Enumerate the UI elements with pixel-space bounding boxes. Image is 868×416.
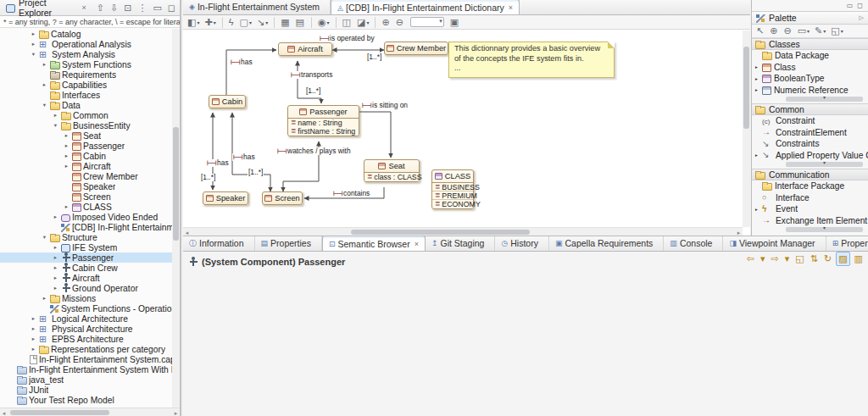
explorer-toolbar-button[interactable]: ⋮: [136, 2, 148, 14]
diagram-toolbar-button[interactable]: ϟ: [227, 16, 236, 28]
expand-arrow-icon[interactable]: ▸: [30, 346, 37, 352]
expand-arrow-icon[interactable]: ▸: [52, 264, 59, 271]
palette-tool-button[interactable]: ⊕: [768, 25, 780, 37]
tree-item[interactable]: ▸ Aircraft: [0, 273, 172, 283]
view-tab[interactable]: ▤ Properties: [255, 236, 322, 251]
palette-item[interactable]: Exchange Item Element: [752, 215, 868, 227]
diagram-toolbar-button[interactable]: ◪▾: [355, 16, 370, 29]
expand-arrow-icon[interactable]: ▸: [63, 153, 70, 159]
diagram-toolbar-button[interactable]: ⊕: [380, 16, 392, 29]
palette-item[interactable]: ▸ Numeric Reference: [752, 85, 868, 97]
explorer-toolbar-button[interactable]: ⇧: [95, 2, 106, 14]
diagram-toolbar-button[interactable]: ▣: [448, 16, 460, 29]
tree-item[interactable]: ▸ Operational Analysis: [0, 39, 172, 49]
expand-arrow-icon[interactable]: ▾: [52, 122, 59, 129]
view-tab[interactable]: ◨ Viewpoint Manager: [723, 236, 826, 251]
palette-tool-button[interactable]: ↖: [754, 25, 766, 37]
palette-tool-button[interactable]: ◱▾: [829, 25, 844, 37]
tree-item[interactable]: Screen: [0, 191, 172, 202]
class-box-passenger[interactable]: Passenger ≣name : String ≣firstName : St…: [287, 105, 359, 136]
zoom-level-combo[interactable]: [410, 17, 444, 27]
close-icon[interactable]: ×: [415, 240, 419, 248]
tree-item[interactable]: java_test: [0, 374, 172, 385]
edge-label[interactable]: transports: [290, 71, 333, 79]
palette-item[interactable]: ▸ Event: [752, 203, 868, 215]
palette-more-indicator[interactable]: [786, 97, 863, 102]
expand-arrow-icon[interactable]: ▸: [52, 285, 59, 291]
expand-arrow-icon[interactable]: ▾: [41, 102, 48, 108]
flyout-arrow-icon[interactable]: ▸: [755, 76, 760, 81]
tree-item[interactable]: In-Flight Entertainment System With M2Do…: [0, 364, 172, 374]
tree-item[interactable]: Your Test Repo Model: [0, 395, 172, 405]
tree-item[interactable]: ▸ Cabin Crew: [0, 263, 172, 273]
class-box-aircraft[interactable]: Aircraft: [278, 42, 332, 56]
expand-arrow-icon[interactable]: ▸: [52, 275, 59, 281]
diagram-toolbar-button[interactable]: ↘▾: [255, 16, 270, 29]
expand-arrow-icon[interactable]: ▸: [41, 81, 48, 88]
edge-label[interactable]: is sitting on: [361, 102, 409, 109]
expand-arrow-icon[interactable]: ▸: [30, 31, 37, 37]
diagram-canvas[interactable]: Aircraft Crew Member Cabin Passenger ≣na…: [183, 31, 743, 227]
tree-item[interactable]: ▸ CLASS: [0, 202, 172, 212]
diagram-toolbar-button[interactable]: [311, 17, 312, 28]
palette-more-indicator[interactable]: [786, 227, 863, 232]
tree-item[interactable]: ▸ Aircraft: [0, 161, 172, 171]
tree-item[interactable]: ▸ Imposed Video Ended: [0, 212, 172, 222]
navigation-button[interactable]: ▥: [853, 252, 865, 265]
expand-arrow-icon[interactable]: ▸: [52, 254, 59, 261]
enum-box-class[interactable]: CLASS ≣BUSINESS ≣PREMIUM ≣ECONOMY: [431, 169, 474, 209]
palette-section-header[interactable]: Classes: [752, 38, 868, 50]
view-tab[interactable]: ⓘ Information: [183, 236, 255, 251]
canvas-hscrollbar[interactable]: ◂▸: [183, 227, 743, 236]
tree-item[interactable]: ▸ Seat: [0, 130, 172, 141]
minimize-icon[interactable]: ▭: [847, 2, 854, 9]
diagram-toolbar-button[interactable]: ▢▾: [237, 16, 253, 29]
editor-tab[interactable]: ◈ In-Flight Entertainment System: [183, 0, 331, 14]
palette-item[interactable]: ▸ Applied Property Value Groups: [752, 150, 868, 162]
tree-item[interactable]: ▸ Representations per category: [0, 344, 172, 354]
tree-item[interactable]: ▾ Data: [0, 100, 172, 110]
navigation-button[interactable]: ⇨: [770, 252, 781, 265]
note-annotation[interactable]: This dictionnary provides a basic overvi…: [448, 42, 615, 78]
close-icon[interactable]: ×: [82, 3, 86, 12]
tree-item[interactable]: ▸ Common: [0, 110, 172, 120]
tree-item[interactable]: ▸ Cabin: [0, 151, 172, 161]
diagram-toolbar-button[interactable]: [222, 17, 223, 28]
flyout-arrow-icon[interactable]: ▸: [755, 64, 760, 69]
tree-item[interactable]: ▸ EPBS Architecture: [0, 334, 172, 344]
diagram-toolbar-button[interactable]: [375, 17, 376, 28]
explorer-toolbar-button[interactable]: ⇩: [108, 2, 120, 14]
edge-label[interactable]: watches / plays with: [276, 147, 352, 155]
tree-item[interactable]: In-Flight Entertainment System.capella: [0, 354, 172, 364]
expand-arrow-icon[interactable]: ▾: [41, 234, 48, 241]
class-box-screen[interactable]: Screen: [262, 191, 303, 205]
explorer-toolbar-button[interactable]: ⊡: [122, 2, 133, 14]
view-tab[interactable]: ◷ History: [495, 236, 549, 251]
class-box-seat[interactable]: Seat ≣class : CLASS: [364, 159, 420, 182]
tree-item[interactable]: ▸ Logical Architecture: [0, 313, 172, 324]
class-box-speaker[interactable]: Speaker: [203, 191, 248, 205]
view-tab[interactable]: ▥ Console: [664, 236, 723, 251]
palette-more-indicator[interactable]: [786, 162, 863, 167]
diagram-toolbar-button[interactable]: ◫: [341, 16, 353, 29]
tree-item[interactable]: JUnit: [0, 385, 172, 395]
expand-arrow-icon[interactable]: ▸: [52, 112, 59, 119]
tree-item[interactable]: Speaker: [0, 181, 172, 191]
tree-item[interactable]: ▸ IFE System: [0, 242, 172, 252]
tree-item[interactable]: Requirements: [0, 69, 172, 80]
navigation-button[interactable]: ▨: [836, 252, 849, 266]
palette-collapse-icon[interactable]: ▷: [860, 14, 864, 21]
palette-item[interactable]: ConstraintElement: [752, 127, 868, 139]
view-tab[interactable]: ▣ Capella Requirements: [549, 236, 664, 251]
expand-arrow-icon[interactable]: ▸: [63, 132, 70, 139]
palette-section-header[interactable]: Communication: [752, 169, 868, 180]
tree-item[interactable]: ▸ Capabilities: [0, 80, 172, 90]
palette-header[interactable]: Palette ▷: [752, 11, 868, 25]
expand-arrow-icon[interactable]: ▸: [63, 142, 70, 149]
edge-label[interactable]: has: [206, 159, 230, 167]
tree-item[interactable]: ▾ Structure: [0, 232, 172, 242]
edge-label[interactable]: contains: [332, 190, 370, 197]
edge-label[interactable]: is operated by: [319, 35, 376, 42]
tree-item[interactable]: ▸ Missions: [0, 293, 172, 303]
canvas-vscrollbar[interactable]: [743, 31, 750, 227]
